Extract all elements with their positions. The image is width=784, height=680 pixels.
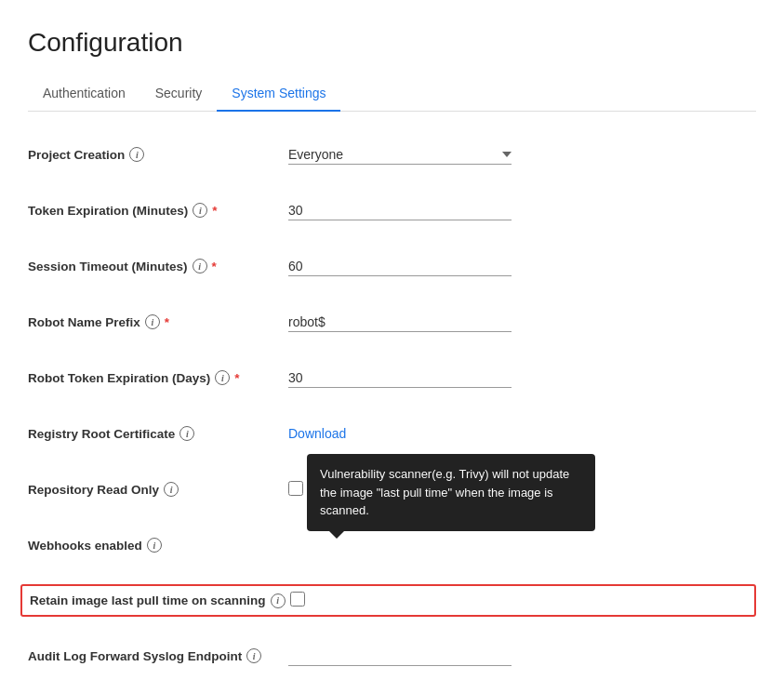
repository-read-only-control xyxy=(288,481,756,499)
webhooks-enabled-info-icon[interactable]: i xyxy=(147,538,162,553)
page-title: Configuration xyxy=(28,28,756,58)
project-creation-value: Everyone xyxy=(288,147,495,162)
token-expiration-row: Token Expiration (Minutes) i * xyxy=(28,193,756,227)
robot-name-prefix-label: Robot Name Prefix i * xyxy=(28,314,288,329)
retain-image-highlighted-row: Retain image last pull time on scanning … xyxy=(20,584,756,617)
robot-name-prefix-control xyxy=(288,313,756,332)
repository-read-only-checkbox[interactable] xyxy=(288,481,303,496)
tab-bar: Authentication Security System Settings xyxy=(28,76,756,112)
chevron-down-icon xyxy=(502,152,512,157)
token-expiration-info-icon[interactable]: i xyxy=(193,203,207,218)
robot-name-prefix-input[interactable] xyxy=(288,313,512,332)
tab-security[interactable]: Security xyxy=(140,76,218,112)
audit-log-syslog-input[interactable] xyxy=(288,647,512,666)
token-expiration-control xyxy=(288,201,756,220)
project-creation-dropdown[interactable]: Everyone xyxy=(288,145,512,165)
repository-read-only-info-icon[interactable]: i xyxy=(164,482,179,497)
robot-token-expiration-info-icon[interactable]: i xyxy=(215,370,230,385)
project-creation-row: Project Creation i Everyone xyxy=(28,138,756,171)
robot-token-expiration-input[interactable] xyxy=(288,368,512,388)
webhooks-enabled-row: Webhooks enabled i Vulnerability scanner… xyxy=(28,528,756,562)
retain-image-checkbox[interactable] xyxy=(290,592,305,607)
robot-name-prefix-info-icon[interactable]: i xyxy=(145,314,160,329)
session-timeout-control xyxy=(288,257,756,276)
robot-token-expiration-control xyxy=(288,368,756,388)
retain-image-info-icon[interactable]: i xyxy=(271,593,286,608)
project-creation-label: Project Creation i xyxy=(28,147,288,162)
registry-root-cert-row: Registry Root Certificate i Download xyxy=(28,417,756,450)
session-timeout-row: Session Timeout (Minutes) i * xyxy=(28,249,756,283)
retain-image-control xyxy=(290,592,747,609)
project-creation-control: Everyone xyxy=(288,145,756,165)
audit-log-syslog-control xyxy=(288,647,756,666)
audit-log-syslog-row: Audit Log Forward Syslog Endpoint i xyxy=(28,639,756,673)
robot-token-expiration-label: Robot Token Expiration (Days) i * xyxy=(28,370,288,385)
token-expiration-input[interactable] xyxy=(288,201,512,220)
registry-root-cert-label: Registry Root Certificate i xyxy=(28,426,288,441)
audit-log-syslog-info-icon[interactable]: i xyxy=(246,648,261,663)
session-timeout-label: Session Timeout (Minutes) i * xyxy=(28,259,288,273)
registry-root-cert-info-icon[interactable]: i xyxy=(179,426,194,441)
download-link[interactable]: Download xyxy=(288,426,346,441)
webhooks-enabled-label: Webhooks enabled i xyxy=(28,538,288,553)
tab-system-settings[interactable]: System Settings xyxy=(217,76,340,112)
robot-token-expiration-row: Robot Token Expiration (Days) i * xyxy=(28,361,756,394)
session-timeout-info-icon[interactable]: i xyxy=(193,259,207,273)
session-timeout-input[interactable] xyxy=(288,257,512,276)
repository-read-only-row: Repository Read Only i xyxy=(28,473,756,506)
token-expiration-label: Token Expiration (Minutes) i * xyxy=(28,203,288,218)
configuration-page: Configuration Authentication Security Sy… xyxy=(0,0,784,680)
tab-authentication[interactable]: Authentication xyxy=(28,76,140,112)
retain-image-label: Retain image last pull time on scanning … xyxy=(30,593,290,608)
registry-root-cert-control: Download xyxy=(288,426,756,441)
audit-log-syslog-label: Audit Log Forward Syslog Endpoint i xyxy=(28,648,288,663)
project-creation-info-icon[interactable]: i xyxy=(129,147,144,162)
robot-name-prefix-row: Robot Name Prefix i * xyxy=(28,305,756,339)
retain-image-row: Retain image last pull time on scanning … xyxy=(30,592,747,609)
repository-read-only-label: Repository Read Only i xyxy=(28,482,288,497)
